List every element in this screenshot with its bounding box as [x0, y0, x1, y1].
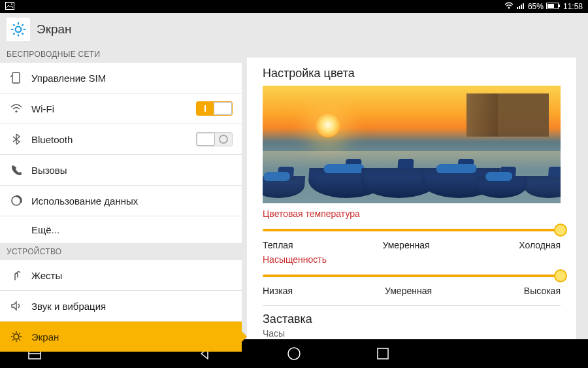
svg-point-2 [508, 7, 510, 8]
svg-rect-3 [517, 7, 518, 9]
bluetooth-toggle[interactable] [196, 132, 233, 146]
saturation-mark-low: Низкая [263, 286, 293, 296]
sidebar-item-sound[interactable]: Звук и вибрация [0, 290, 242, 321]
temperature-slider-thumb[interactable] [554, 224, 567, 237]
svg-rect-4 [519, 6, 520, 9]
temperature-mark-warm: Теплая [263, 240, 293, 250]
display-settings-panel: Настройка цвета Цветовая темпе [247, 58, 576, 339]
svg-rect-9 [547, 4, 554, 8]
sidebar-item-label: Wi-Fi [31, 103, 54, 114]
svg-point-14 [14, 334, 19, 339]
svg-rect-8 [559, 5, 560, 7]
sidebar-item-label: Управление SIM [31, 73, 106, 84]
recent-apps-button[interactable] [374, 345, 391, 362]
saturation-mark-moderate: Умеренная [385, 286, 432, 296]
sidebar-section-wireless: БЕСПРОВОДНЫЕ СЕТИ [0, 46, 242, 63]
sidebar-item-calls[interactable]: Вызовы [0, 154, 242, 185]
settings-app-icon [7, 18, 30, 41]
app-header: Экран [0, 13, 588, 46]
screensaver-value: Часы [263, 328, 561, 339]
sidebar-item-label: Ещё... [31, 224, 59, 235]
page-title: Экран [37, 22, 72, 37]
svg-line-19 [12, 333, 13, 333]
temperature-label: Цветовая температура [263, 209, 561, 219]
sidebar-item-label: Вызовы [31, 165, 67, 176]
data-usage-icon [9, 193, 24, 208]
wifi-toggle[interactable] [196, 101, 233, 116]
saturation-slider-thumb[interactable] [554, 269, 567, 282]
svg-rect-26 [378, 348, 388, 359]
svg-rect-11 [12, 73, 20, 83]
temperature-slider[interactable] [263, 222, 561, 239]
saturation-slider[interactable] [263, 267, 561, 284]
saturation-label: Насыщенность [263, 254, 561, 265]
sidebar-item-gestures[interactable]: Жесты [0, 260, 242, 290]
svg-point-12 [15, 110, 17, 112]
svg-point-25 [288, 348, 300, 360]
svg-rect-0 [6, 2, 14, 9]
svg-line-20 [19, 339, 20, 340]
saturation-mark-high: Высокая [524, 286, 561, 296]
battery-percent: 65% [528, 2, 544, 11]
svg-point-1 [11, 3, 12, 5]
sidebar-item-label: Звук и вибрация [31, 301, 106, 312]
battery-icon [546, 2, 561, 12]
sim-icon [9, 71, 24, 85]
screensaver-row[interactable]: Заставка Часы [263, 312, 561, 339]
color-preview-image [263, 86, 561, 203]
brightness-icon [9, 329, 24, 344]
sidebar-item-label: Bluetooth [31, 134, 73, 145]
sidebar-item-more[interactable]: Ещё... [0, 216, 242, 243]
svg-point-10 [16, 27, 22, 33]
sidebar-item-bluetooth[interactable]: Bluetooth [0, 124, 242, 154]
sidebar-item-label: Экран [31, 331, 59, 343]
sidebar-item-label: Жесты [31, 270, 62, 281]
clock: 11:58 [563, 2, 583, 11]
wifi-icon [504, 2, 514, 12]
svg-rect-6 [523, 3, 524, 9]
phone-icon [9, 163, 24, 177]
status-bar: 65% 11:58 [0, 0, 588, 13]
temperature-mark-cold: Холодная [519, 240, 561, 250]
wifi-icon [9, 101, 24, 116]
sidebar-item-data-usage[interactable]: Использование данных [0, 185, 242, 216]
svg-line-21 [19, 333, 20, 333]
sidebar-item-sim[interactable]: Управление SIM [0, 63, 242, 93]
svg-line-22 [12, 339, 13, 340]
sidebar-section-device: УСТРОЙСТВО [0, 243, 242, 260]
settings-sidebar: БЕСПРОВОДНЫЕ СЕТИ Управление SIM Wi-Fi [0, 46, 242, 339]
sound-icon [9, 299, 24, 313]
signal-icon [516, 2, 525, 12]
color-setup-title: Настройка цвета [263, 67, 561, 80]
svg-rect-5 [521, 5, 522, 9]
bluetooth-icon [9, 132, 24, 146]
home-button[interactable] [286, 345, 302, 362]
gesture-icon [9, 268, 24, 282]
sidebar-item-display[interactable]: Экран [0, 321, 242, 352]
screensaver-title: Заставка [263, 312, 561, 326]
temperature-mark-moderate: Умеренная [382, 240, 429, 250]
sidebar-item-label: Использование данных [31, 195, 138, 207]
sidebar-item-wifi[interactable]: Wi-Fi [0, 93, 242, 124]
photo-indicator-icon [5, 2, 14, 12]
